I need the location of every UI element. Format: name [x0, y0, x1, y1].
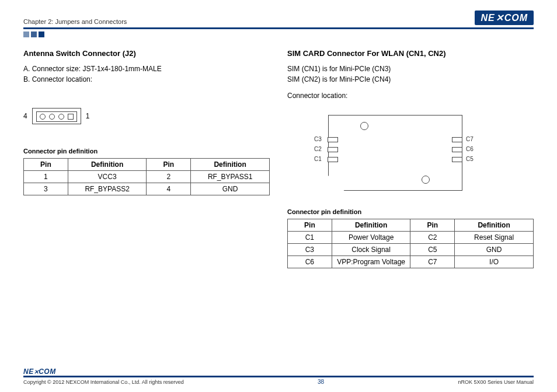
cell: VPP:Program Voltage: [332, 256, 410, 268]
j2-inner-frame: [36, 111, 77, 122]
nexcom-logo: NE ✕ COM: [475, 10, 534, 25]
j2-table-title: Connector pin definition: [23, 148, 270, 155]
cell: C3: [288, 244, 332, 256]
col-def2: Definition: [455, 219, 534, 232]
sim-pad-c5: [452, 157, 462, 162]
footer-logo-right: COM: [39, 368, 56, 376]
logo-text-left: NE: [481, 13, 495, 23]
sim-description: SIM (CN1) is for Mini-PCIe (CN3) SIM (CN…: [287, 64, 534, 101]
sim-pad-c1: [328, 157, 338, 162]
table-row: 1 VCC3 2 RF_BYPASS1: [24, 171, 270, 183]
sim-pin-table: Pin Definition Pin Definition C1 Power V…: [287, 219, 534, 268]
j2-pin-table: Pin Definition Pin Definition 1 VCC3 2 R…: [23, 158, 270, 195]
col-def: Definition: [332, 219, 410, 232]
label-c6: C6: [466, 146, 474, 152]
cell: RF_BYPASS1: [191, 171, 270, 183]
page-number: 38: [184, 379, 458, 385]
sim-pad-c3: [328, 137, 338, 142]
footer-divider: [23, 376, 534, 377]
sim-line1: SIM (CN1) is for Mini-PCIe (CN3): [287, 64, 534, 74]
j2-heading: Antenna Switch Connector (J2): [23, 49, 270, 58]
footer-logo-left: NE: [23, 368, 34, 376]
cell: GND: [455, 244, 534, 256]
cell: I/O: [455, 256, 534, 268]
logo-text-right: COM: [504, 13, 528, 23]
sim-connector-diagram: C3 C2 C1 C7 C6 C5: [311, 115, 480, 191]
manual-name: nROK 5X00 Series User Manual: [458, 379, 534, 385]
j2-hole-4: [40, 114, 46, 120]
j2-line-a: A. Connector size: JST-1x4-180-1mm-MALE: [23, 64, 270, 74]
sim-pad-c7: [452, 137, 462, 142]
sim-heading: SIM CARD Connector For WLAN (CN1, CN2): [287, 49, 534, 58]
cell: C1: [288, 232, 332, 244]
table-header: Pin Definition Pin Definition: [288, 219, 534, 232]
col-def2: Definition: [191, 159, 270, 171]
table-row: 3 RF_BYPASS2 4 GND: [24, 183, 270, 195]
right-column: SIM CARD Connector For WLAN (CN1, CN2) S…: [287, 49, 534, 268]
sim-pad-c2: [328, 147, 338, 152]
cell: Clock Signal: [332, 244, 410, 256]
j2-line-b: B. Connector location:: [23, 74, 270, 85]
page-footer: NE✕COM Copyright © 2012 NEXCOM Internati…: [23, 368, 534, 385]
table-row: C1 Power Voltage C2 Reset Signal: [288, 232, 534, 244]
copyright-text: Copyright © 2012 NEXCOM International Co…: [23, 379, 184, 385]
table-row: C6 VPP:Program Voltage C7 I/O: [288, 256, 534, 268]
sim-line3: Connector location:: [287, 90, 534, 101]
label-c1: C1: [314, 156, 322, 162]
table-header: Pin Definition Pin Definition: [24, 159, 270, 171]
label-c7: C7: [466, 136, 474, 142]
cell: 4: [147, 183, 191, 195]
j2-hole-2: [58, 114, 64, 120]
sim-line2: SIM (CN2) is for Mini-PCIe (CN4): [287, 74, 534, 85]
cell: Power Voltage: [332, 232, 410, 244]
col-pin2: Pin: [410, 219, 455, 232]
j2-pin1-label: 1: [86, 112, 90, 120]
label-c2: C2: [314, 146, 322, 152]
col-def: Definition: [68, 159, 147, 171]
j2-pin4-label: 4: [23, 112, 27, 120]
logo-x-icon: ✕: [496, 12, 504, 23]
j2-hole-3: [49, 114, 55, 120]
j2-description: A. Connector size: JST-1x4-180-1mm-MALE …: [23, 64, 270, 85]
j2-connector-diagram: 4 1: [23, 108, 270, 124]
table-row: C3 Clock Signal C5 GND: [288, 244, 534, 256]
sim-circle-bottom: [422, 176, 430, 184]
cell: C2: [410, 232, 455, 244]
sim-pad-c6: [452, 147, 462, 152]
cell: Reset Signal: [455, 232, 534, 244]
sim-circle-top: [360, 122, 368, 130]
header-divider: [23, 27, 534, 29]
cell: 3: [24, 183, 68, 195]
cell: GND: [191, 183, 270, 195]
chapter-title: Chapter 2: Jumpers and Connectors: [23, 18, 127, 25]
cell: 1: [24, 171, 68, 183]
j2-outer-frame: [32, 108, 81, 124]
cell: C6: [288, 256, 332, 268]
cell: C7: [410, 256, 455, 268]
col-pin: Pin: [288, 219, 332, 232]
col-pin: Pin: [24, 159, 68, 171]
decorative-squares-icon: [23, 32, 534, 37]
j2-hole-1: [68, 114, 74, 120]
cell: C5: [410, 244, 455, 256]
label-c3: C3: [314, 136, 322, 142]
cell: RF_BYPASS2: [68, 183, 147, 195]
sim-body-outline: [328, 115, 462, 191]
cell: 2: [147, 171, 191, 183]
footer-x-icon: ✕: [34, 369, 39, 375]
sim-table-title: Connector pin definition: [287, 208, 534, 215]
label-c5: C5: [466, 156, 474, 162]
col-pin2: Pin: [147, 159, 191, 171]
left-column: Antenna Switch Connector (J2) A. Connect…: [23, 49, 270, 268]
footer-logo: NE✕COM: [23, 368, 534, 376]
cell: VCC3: [68, 171, 147, 183]
